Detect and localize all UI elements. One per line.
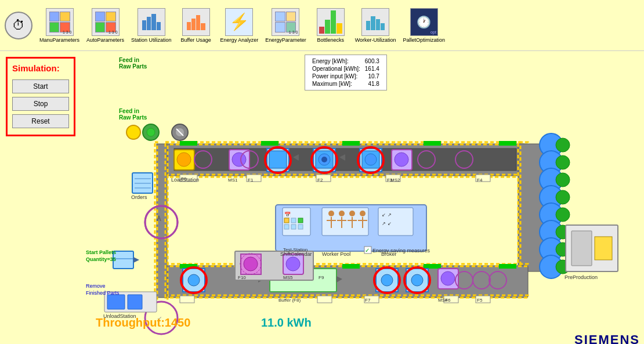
svg-rect-136 bbox=[128, 295, 142, 309]
toolbar-energy-analyzer[interactable]: ⚡ Energy Analyzer bbox=[220, 8, 259, 43]
auto-parameters-label: AutoParameters bbox=[86, 37, 124, 43]
operational-label: Operational [kWh]: bbox=[310, 65, 363, 73]
svg-point-40 bbox=[177, 153, 191, 166]
svg-point-42 bbox=[232, 153, 246, 166]
svg-rect-36 bbox=[342, 141, 360, 146]
svg-rect-122 bbox=[317, 296, 332, 303]
toolbar-manu-parameters[interactable]: 1 3 0 ManuParameters bbox=[39, 8, 79, 43]
svg-point-82 bbox=[328, 211, 334, 216]
maximum-label: Maximum [kW]: bbox=[310, 80, 363, 88]
svg-rect-78 bbox=[284, 224, 289, 229]
pallet-optimization-icon: 🕐 opt bbox=[410, 8, 438, 36]
svg-point-27 bbox=[556, 155, 570, 169]
svg-rect-79 bbox=[291, 224, 296, 229]
svg-point-85 bbox=[339, 211, 345, 216]
svg-rect-75 bbox=[284, 218, 289, 223]
toolbar-bottlenecks[interactable]: Bottlenecks bbox=[313, 8, 348, 43]
svg-text:↗: ↗ bbox=[382, 221, 386, 226]
svg-rect-103 bbox=[499, 264, 516, 269]
toolbar-auto-parameters[interactable]: 1 3 0 AutoParameters bbox=[86, 8, 124, 43]
energy-parameter-label: EnergyParameter bbox=[265, 37, 306, 43]
svg-point-128 bbox=[244, 257, 258, 271]
svg-marker-139 bbox=[133, 257, 139, 263]
svg-text:Finished Parts: Finished Parts bbox=[86, 290, 120, 296]
worker-utilization-label: Worker-Utilization bbox=[355, 37, 396, 43]
svg-text:F4: F4 bbox=[477, 178, 483, 183]
stop-button[interactable]: Stop bbox=[12, 97, 69, 111]
operational-value: 161.4 bbox=[363, 65, 382, 73]
svg-text:F1: F1 bbox=[248, 178, 254, 183]
svg-rect-76 bbox=[291, 218, 296, 223]
svg-point-88 bbox=[349, 211, 355, 216]
maximum-row: Maximum [kW]: 41.8 bbox=[310, 80, 382, 88]
svg-text:UnloadStation: UnloadStation bbox=[103, 313, 136, 319]
svg-point-91 bbox=[360, 211, 366, 216]
svg-point-50 bbox=[321, 157, 327, 162]
manu-parameters-label: ManuParameters bbox=[39, 37, 79, 43]
svg-rect-34 bbox=[180, 141, 197, 146]
svg-rect-77 bbox=[298, 218, 303, 223]
energy-info-box: Energy [kWh]: 600.3 Operational [kWh]: 1… bbox=[305, 55, 387, 90]
bottlenecks-label: Bottlenecks bbox=[317, 37, 344, 43]
power-input-value: 10.7 bbox=[363, 73, 382, 80]
svg-point-180 bbox=[147, 128, 155, 136]
station-utilization-icon bbox=[138, 8, 165, 36]
toolbar: ⏱ 1 3 0 ManuParameters 1 3 0 AutoParamet… bbox=[0, 0, 644, 51]
power-input-label: Power input [kW]: bbox=[310, 73, 363, 80]
svg-point-28 bbox=[556, 173, 570, 187]
svg-text:Raw Parts: Raw Parts bbox=[119, 114, 147, 121]
svg-rect-101 bbox=[342, 264, 360, 269]
svg-text:MS2: MS2 bbox=[390, 178, 400, 183]
svg-text:Buffer (F8): Buffer (F8) bbox=[278, 298, 301, 303]
svg-point-29 bbox=[556, 190, 570, 204]
svg-text:Worker Pool: Worker Pool bbox=[322, 251, 350, 257]
svg-text:MS1: MS1 bbox=[228, 178, 238, 183]
svg-rect-80 bbox=[298, 224, 303, 229]
worker-utilization-icon bbox=[361, 8, 389, 36]
svg-text:PreProduction: PreProduction bbox=[565, 274, 598, 280]
svg-text:📅: 📅 bbox=[284, 211, 291, 218]
toolbar-worker-utilization[interactable]: Worker-Utilization bbox=[355, 8, 396, 43]
bottlenecks-icon bbox=[317, 8, 345, 36]
svg-rect-7 bbox=[165, 266, 528, 298]
svg-text:↗: ↗ bbox=[388, 212, 392, 218]
svg-text:SIEMENS: SIEMENS bbox=[574, 332, 640, 344]
svg-rect-38 bbox=[499, 141, 516, 146]
pallet-optimization-label: PalletOptimization bbox=[403, 37, 446, 43]
svg-point-110 bbox=[381, 274, 393, 286]
start-button[interactable]: Start bbox=[12, 79, 69, 93]
svg-text:∧: ∧ bbox=[155, 213, 162, 223]
svg-text:F5: F5 bbox=[477, 298, 483, 303]
svg-text:Orders: Orders bbox=[131, 194, 147, 200]
reset-button[interactable]: Reset bbox=[12, 114, 69, 128]
energy-parameter-icon: 1 3 0 bbox=[272, 8, 299, 36]
factory-floor-svg: ^ ( ) ↙ bbox=[0, 51, 644, 344]
svg-text:Start Pallets: Start Pallets bbox=[86, 249, 116, 255]
svg-text:F2: F2 bbox=[317, 178, 323, 183]
svg-point-131 bbox=[286, 257, 300, 271]
maximum-value: 41.8 bbox=[363, 80, 382, 88]
svg-text:Quantity=35: Quantity=35 bbox=[86, 256, 116, 262]
svg-rect-141 bbox=[571, 231, 592, 266]
svg-point-178 bbox=[126, 125, 140, 139]
energy-label: Energy [kWh]: bbox=[310, 57, 363, 65]
toolbar-energy-parameter[interactable]: 1 3 0 EnergyParameter bbox=[265, 8, 306, 43]
energy-analyzer-icon: ⚡ bbox=[225, 8, 253, 36]
svg-point-117 bbox=[441, 271, 455, 285]
toolbar-station-utilization[interactable]: Station Utilization bbox=[131, 8, 172, 43]
svg-text:F0: F0 bbox=[181, 176, 187, 182]
svg-point-105 bbox=[188, 274, 200, 286]
svg-text:Test-Station: Test-Station bbox=[283, 247, 307, 252]
svg-text:Energy saving measures: Energy saving measures bbox=[372, 248, 430, 254]
svg-text:F9: F9 bbox=[319, 275, 324, 280]
svg-point-26 bbox=[556, 138, 570, 152]
toolbar-buffer-usage[interactable]: Buffer Usage bbox=[179, 8, 214, 43]
svg-text:Feed in: Feed in bbox=[119, 108, 139, 114]
svg-rect-102 bbox=[424, 264, 441, 269]
svg-text:MS5: MS5 bbox=[283, 275, 293, 280]
buffer-usage-icon bbox=[182, 8, 210, 36]
factory-canvas: Simulation: Start Stop Reset Energy [kWh… bbox=[0, 51, 644, 344]
toolbar-pallet-optimization[interactable]: 🕐 opt PalletOptimization bbox=[403, 8, 446, 43]
svg-rect-37 bbox=[424, 141, 441, 146]
simulation-title: Simulation: bbox=[12, 63, 69, 73]
